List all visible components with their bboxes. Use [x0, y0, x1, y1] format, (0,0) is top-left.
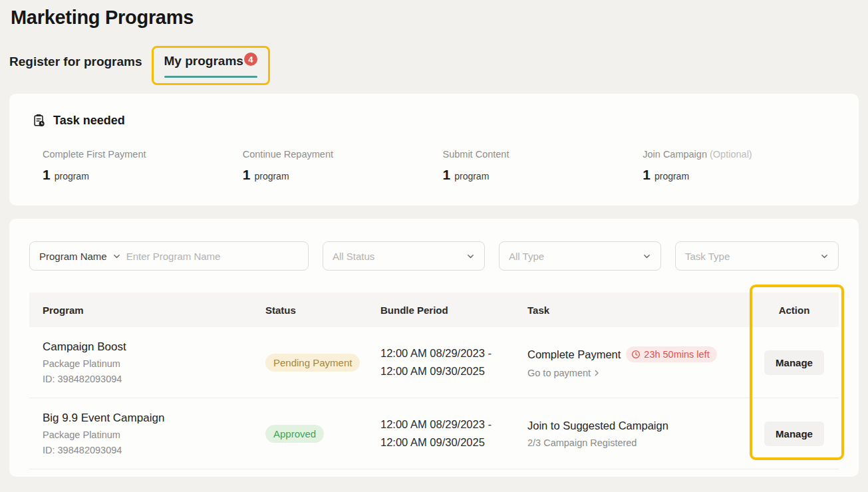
col-header-status: Status — [265, 305, 380, 316]
task-needed-card: Task needed Complete First Payment 1 pro… — [9, 94, 859, 205]
tab-bar: Register for programs My programs 4 — [9, 46, 859, 85]
program-name: Big 9.9 Event Campaign — [43, 412, 265, 425]
tab-my-programs[interactable]: My programs 4 — [164, 54, 257, 83]
chevron-down-icon — [643, 252, 651, 261]
status-filter-value: All Status — [333, 251, 374, 262]
stat-join-campaign: Join Campaign (Optional) 1 program — [643, 149, 843, 183]
task-stats: Complete First Payment 1 program Continu… — [43, 149, 843, 183]
status-badge: Pending Payment — [265, 354, 360, 372]
program-name: Campaign Boost — [43, 340, 265, 354]
col-header-bundle-period: Bundle Period — [380, 305, 527, 316]
bundle-period-start: 12:00 AM 08/29/2023 - — [380, 416, 527, 433]
program-package: Package Platinum — [43, 430, 265, 440]
marketing-programs-page: Marketing Programs Register for programs… — [0, 0, 868, 477]
status-filter-select[interactable]: All Status — [323, 241, 485, 271]
manage-button[interactable]: Manage — [764, 350, 824, 375]
stat-unit: program — [254, 171, 289, 182]
task-type-filter-select[interactable]: Task Type — [675, 241, 839, 271]
program-name-selector[interactable]: Program Name — [39, 251, 107, 262]
chevron-down-icon — [820, 252, 829, 261]
program-name-input[interactable] — [126, 251, 299, 262]
program-id: ID: 398482093094 — [43, 374, 265, 384]
program-package: Package Platinum — [43, 358, 265, 369]
tab-my-programs-label: My programs — [164, 54, 243, 68]
col-header-program: Program — [29, 305, 265, 316]
stat-continue-repayment: Continue Repayment 1 program — [243, 149, 443, 183]
col-header-task: Task — [527, 305, 750, 316]
task-title: Join to Suggested Campaign — [527, 420, 668, 432]
chevron-right-icon — [593, 369, 601, 377]
type-filter-value: All Type — [509, 251, 544, 262]
stat-value: 1 — [643, 167, 651, 183]
bundle-period-end: 12:00 AM 09/30/2025 — [380, 433, 527, 451]
chevron-down-icon — [466, 252, 475, 261]
page-title: Marketing Programs — [9, 7, 859, 29]
stat-value: 1 — [443, 167, 451, 183]
stat-value: 1 — [43, 167, 51, 183]
program-name-filter[interactable]: Program Name — [29, 241, 309, 271]
stat-complete-first-payment: Complete First Payment 1 program — [43, 149, 243, 183]
stat-unit: program — [454, 171, 489, 182]
stat-label: Complete First Payment — [43, 149, 146, 160]
table-row: Big 9.9 Event Campaign Package Platinum … — [29, 398, 839, 469]
time-left-badge: 23h 50mins left — [626, 346, 716, 362]
task-needed-title: Task needed — [53, 114, 125, 128]
stat-unit: program — [654, 171, 689, 182]
stat-value: 1 — [243, 167, 251, 183]
table-row: Campaign Boost Package Platinum ID: 3984… — [29, 327, 839, 398]
task-title: Complete Payment — [527, 348, 621, 361]
stat-unit: program — [55, 171, 89, 182]
program-id: ID: 398482093094 — [43, 445, 265, 455]
stat-submit-content: Submit Content 1 program — [443, 149, 643, 183]
col-header-action: Action — [750, 305, 839, 316]
campaign-registered-progress: 2/3 Campaign Registered — [527, 437, 750, 448]
bundle-period-start: 12:00 AM 08/29/2023 - — [380, 344, 527, 362]
go-to-payment-link[interactable]: Go to payment — [527, 368, 750, 378]
programs-list-card: Program Name All Status All Type Task — [9, 219, 859, 477]
tab-register-for-programs[interactable]: Register for programs — [9, 46, 142, 69]
programs-table: Program Status Bundle Period Task Action… — [29, 293, 839, 469]
type-filter-select[interactable]: All Type — [499, 241, 661, 271]
clock-icon — [631, 350, 641, 359]
active-tab-underline — [164, 76, 257, 78]
status-badge: Approved — [265, 425, 324, 443]
table-header-row: Program Status Bundle Period Task Action — [29, 293, 839, 327]
my-programs-tab-highlight: My programs 4 — [152, 46, 270, 85]
filter-bar: Program Name All Status All Type Task — [29, 241, 839, 271]
chevron-down-icon — [112, 252, 121, 261]
stat-label: Continue Repayment — [243, 149, 333, 160]
bundle-period-end: 12:00 AM 09/30/2025 — [380, 362, 527, 380]
notification-badge: 4 — [244, 53, 257, 66]
go-to-payment-label: Go to payment — [527, 368, 591, 378]
stat-optional-tag: (Optional) — [710, 149, 752, 160]
time-left-text: 23h 50mins left — [644, 349, 709, 360]
task-type-filter-value: Task Type — [685, 251, 730, 262]
manage-button[interactable]: Manage — [764, 422, 824, 446]
stat-label: Submit Content — [443, 149, 509, 160]
clipboard-clock-icon — [32, 113, 47, 128]
stat-label: Join Campaign — [643, 149, 707, 160]
